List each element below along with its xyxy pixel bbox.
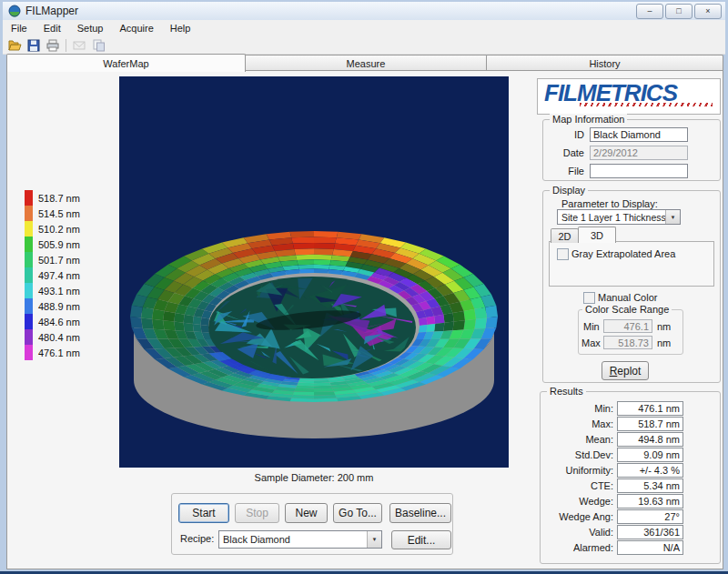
max-label: Max (581, 337, 601, 348)
result-value: 9.09 nm (617, 448, 683, 462)
recipe-label: Recipe: (180, 533, 214, 544)
field-label-id: ID (546, 129, 584, 140)
date-input[interactable]: 2/29/2012 (590, 146, 688, 160)
result-row: Min:476.1 nm (548, 400, 714, 416)
color-scale-range-legend: Color Scale Range (582, 304, 672, 315)
color-scale-value: 480.4 nm (38, 332, 80, 343)
start-button[interactable]: Start (178, 503, 229, 523)
color-swatch (25, 329, 33, 345)
color-scale-value: 505.9 nm (38, 239, 80, 250)
maximize-button[interactable]: □ (665, 4, 693, 19)
color-swatch (25, 252, 33, 267)
max-input[interactable]: 518.73 (603, 336, 652, 349)
replot-button[interactable]: Replot (602, 361, 649, 380)
color-scale-row: 497.4 nm (25, 267, 80, 283)
results-group: Results Min:476.1 nmMax:518.7 nmMean:494… (540, 391, 721, 564)
color-swatch (25, 298, 33, 314)
close-button[interactable]: × (694, 4, 722, 19)
result-value: +/- 4.3 % (617, 463, 683, 478)
min-unit-label: nm (657, 321, 671, 332)
go-to-button[interactable]: Go To... (333, 503, 382, 523)
result-label: Mean: (548, 434, 613, 445)
manual-color-label: Manual Color (598, 292, 657, 303)
tab-3d[interactable]: 3D (578, 227, 616, 243)
edit-recipe-button[interactable]: Edit... (391, 530, 451, 549)
results-legend: Results (547, 386, 586, 397)
chevron-down-icon[interactable]: ▼ (367, 531, 381, 548)
color-scale-value: 501.7 nm (38, 255, 80, 266)
result-value: 5.34 nm (617, 478, 683, 493)
color-scale-value: 514.5 nm (38, 208, 80, 219)
tab-2d[interactable]: 2D (551, 228, 579, 243)
id-input[interactable]: Black Diamond (590, 127, 688, 142)
minimize-button[interactable]: – (636, 4, 663, 19)
wafer-3d-view[interactable] (119, 76, 509, 468)
parameter-combobox[interactable]: Site 1 Layer 1 Thickness ▼ (557, 209, 681, 225)
result-label: Wedge: (548, 496, 613, 507)
recipe-combobox[interactable]: Black Diamond ▼ (218, 530, 382, 549)
result-row: Alarmed:N/A (548, 539, 714, 555)
color-swatch (25, 345, 33, 360)
chevron-down-icon[interactable]: ▼ (665, 210, 680, 224)
color-swatch (25, 190, 33, 206)
menu-file[interactable]: File (3, 21, 35, 35)
window-controls: –□× (636, 4, 725, 19)
recipe-value: Black Diamond (219, 534, 367, 545)
title-bar: FILMapper –□× (3, 2, 725, 20)
application-window: FILMapper –□× FileEditSetupAcquireHelp 5… (0, 0, 728, 574)
open-icon[interactable] (6, 38, 23, 53)
filmetrics-logo: FILMETRICS (537, 78, 721, 115)
min-label: Min (583, 321, 600, 332)
menu-setup[interactable]: Setup (69, 21, 112, 35)
color-swatch (25, 237, 33, 252)
field-label-file: File (546, 166, 584, 176)
result-label: Std.Dev: (548, 449, 613, 460)
color-scale-row: 484.6 nm (25, 314, 80, 329)
result-row: CTE:5.34 nm (548, 478, 714, 493)
color-scale-row: 514.5 nm (25, 206, 80, 221)
result-row: Wedge:19.63 nm (548, 493, 714, 509)
manual-color-checkbox[interactable] (583, 292, 595, 304)
color-swatch (25, 221, 33, 237)
result-row: Std.Dev:9.09 nm (548, 447, 714, 462)
color-swatch (25, 206, 33, 221)
result-label: Wedge Ang: (548, 511, 613, 522)
toolbar-separator (66, 39, 66, 52)
color-scale-row: 476.1 nm (25, 345, 80, 360)
sample-diameter-label: Sample Diameter: 200 mm (119, 472, 509, 483)
tab-measure[interactable]: Measure (244, 55, 488, 71)
print-icon[interactable] (45, 38, 61, 53)
color-scale-row: 501.7 nm (25, 252, 80, 267)
map-information-legend: Map Information (550, 114, 627, 125)
color-scale-row: 493.1 nm (25, 283, 80, 298)
color-scale-row: 518.7 nm (25, 190, 80, 206)
window-title: FILMapper (25, 5, 78, 17)
menu-help[interactable]: Help (162, 21, 199, 35)
baseline-button[interactable]: Baseline... (389, 503, 451, 523)
result-row: Wedge Ang:27° (548, 509, 714, 524)
result-row: Uniformity:+/- 4.3 % (548, 462, 714, 478)
color-swatch (25, 314, 33, 329)
color-scale-value: 476.1 nm (38, 347, 80, 358)
tab-wafermap[interactable]: WaferMap (6, 54, 246, 72)
gray-extrapolated-checkbox[interactable] (557, 248, 569, 260)
min-input[interactable]: 476.1 (603, 319, 652, 333)
result-value: 27° (617, 509, 683, 524)
color-swatch (25, 283, 33, 298)
menu-edit[interactable]: Edit (35, 21, 69, 35)
copy-icon (90, 38, 106, 53)
save-icon[interactable] (25, 38, 42, 53)
parameter-to-display-label: Parameter to Display: (561, 198, 658, 209)
menu-acquire[interactable]: Acquire (111, 21, 161, 35)
color-swatch (25, 267, 33, 283)
result-value: 476.1 nm (617, 401, 683, 416)
color-scale-row: 510.2 nm (25, 221, 80, 237)
result-value: 361/361 (617, 525, 683, 539)
stop-button[interactable]: Stop (235, 503, 279, 523)
file-input[interactable] (590, 164, 688, 178)
color-scale-value: 510.2 nm (38, 224, 80, 235)
tab-history[interactable]: History (486, 55, 723, 71)
new-button[interactable]: New (285, 503, 328, 523)
field-label-date: Date (546, 147, 584, 158)
send-icon (71, 38, 87, 53)
